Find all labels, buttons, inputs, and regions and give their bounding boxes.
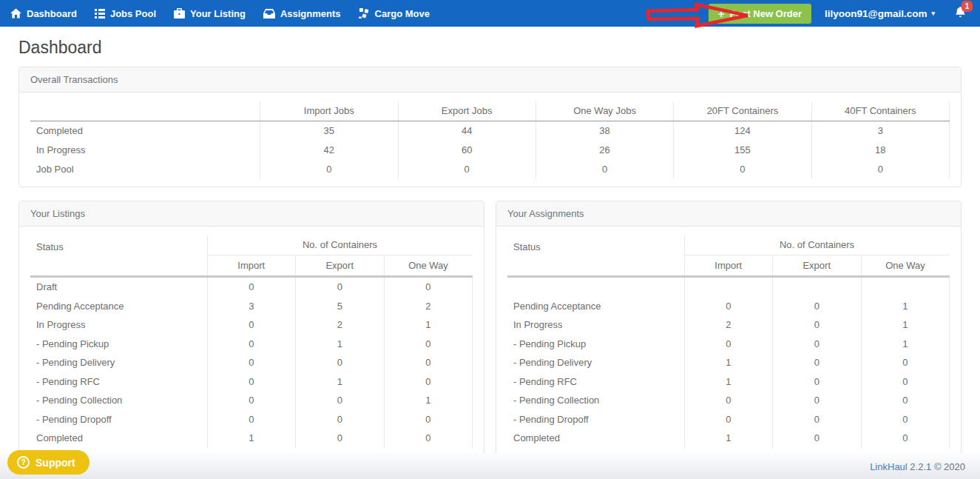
cell-value	[773, 277, 862, 297]
cell-value: 0	[207, 315, 296, 335]
row-label: Pending Acceptance	[507, 297, 684, 316]
row-label: - Pending Delivery	[30, 353, 207, 372]
chevron-down-icon: ▾	[931, 10, 935, 17]
cell-value: 0	[207, 391, 296, 410]
brand-link[interactable]: LinkHaul	[870, 461, 908, 472]
column-header: 20FT Containers	[674, 101, 811, 121]
cell-value: 26	[535, 141, 673, 160]
cell-value: 2	[684, 315, 773, 335]
column-header: One Way	[861, 255, 950, 277]
top-navbar: Dashboard Jobs Pool Your Listing Assignm…	[0, 0, 980, 27]
your-listings-title: Your Listings	[19, 201, 484, 227]
footer-version: LinkHaul 2.2.1 © 2020	[870, 461, 965, 472]
cell-value: 1	[861, 297, 950, 316]
cell-value: 0	[773, 315, 862, 335]
cell-value: 0	[684, 335, 773, 354]
cell-value: 0	[207, 353, 296, 372]
row-label: - Pending Collection	[30, 391, 207, 410]
cell-value: 0	[296, 391, 385, 410]
nav-item-your-listing[interactable]: Your Listing	[174, 8, 246, 19]
nav-item-dashboard[interactable]: Dashboard	[10, 8, 77, 19]
overall-transactions-title: Overall Transactions	[19, 67, 961, 93]
cell-value: 1	[861, 335, 950, 354]
containers-group-header: No. of Containers	[207, 235, 473, 255]
row-label: - Pending Delivery	[507, 353, 684, 372]
cell-value: 0	[773, 297, 862, 316]
cell-value: 0	[773, 353, 862, 372]
table-row: In Progress021	[30, 315, 473, 335]
footer-bar: LinkHaul 2.2.1 © 2020	[0, 453, 980, 479]
cell-value: 0	[296, 277, 385, 297]
user-email-dropdown[interactable]: lilyoon91@gmail.com ▾	[825, 8, 935, 19]
user-email: lilyoon91@gmail.com	[825, 8, 927, 19]
cell-value: 0	[398, 160, 535, 179]
cell-value: 0	[296, 429, 385, 448]
nav-item-label: Dashboard	[27, 8, 77, 19]
row-label: - Pending Dropoff	[507, 410, 684, 429]
column-header: Export Jobs	[398, 101, 535, 121]
cell-value: 0	[861, 391, 950, 410]
support-button[interactable]: ? Support	[7, 450, 89, 475]
row-label: - Pending RFC	[507, 372, 684, 392]
table-row: Completed3544381243	[30, 121, 950, 141]
table-row: - Pending Delivery100	[507, 353, 950, 372]
question-icon: ?	[17, 456, 30, 469]
table-row: Draft000	[30, 277, 473, 297]
cell-value: 3	[811, 121, 949, 141]
row-label: Pending Acceptance	[30, 297, 207, 316]
table-row: Pending Acceptance001	[507, 297, 950, 316]
table-row: - Pending Dropoff000	[507, 410, 950, 429]
cell-value: 1	[684, 429, 773, 448]
table-header-row: StatusNo. of Containers	[30, 235, 473, 255]
table-row: Job Pool00000	[30, 160, 950, 179]
cell-value: 60	[398, 141, 535, 160]
nav-item-jobs-pool[interactable]: Jobs Pool	[95, 8, 156, 19]
notifications-button[interactable]: 1	[954, 6, 967, 21]
table-row: Pending Acceptance352	[30, 297, 473, 316]
table-row: - Pending Pickup001	[507, 335, 950, 354]
row-label: Job Pool	[30, 160, 260, 179]
cell-value: 0	[861, 353, 950, 372]
row-label: Completed	[30, 121, 260, 141]
row-label: - Pending Pickup	[507, 335, 684, 354]
row-label: - Pending Pickup	[30, 335, 207, 354]
cell-value: 42	[260, 141, 398, 160]
cell-value: 0	[384, 335, 473, 354]
nav-item-cargo-move[interactable]: Cargo Move	[359, 8, 430, 19]
table-row: - Pending RFC010	[30, 372, 473, 392]
table-row: - Pending Pickup010	[30, 335, 473, 354]
containers-group-header: No. of Containers	[684, 235, 950, 255]
cell-value: 0	[773, 335, 862, 354]
column-header: One Way	[384, 255, 473, 277]
cell-value: 1	[384, 315, 473, 335]
cell-value: 38	[535, 121, 673, 141]
cell-value: 0	[861, 429, 950, 448]
table-row: - Pending RFC100	[507, 372, 950, 392]
version-text: 2.2.1 © 2020	[910, 461, 965, 472]
post-new-order-button[interactable]: + Post New Order	[709, 4, 811, 24]
nav-item-assignments[interactable]: Assignments	[263, 8, 341, 19]
cell-value: 0	[207, 277, 296, 297]
table-row: In Progress42602615518	[30, 141, 950, 160]
your-listings-table: StatusNo. of ContainersImportExportOne W…	[30, 235, 473, 448]
cell-value: 0	[207, 335, 296, 354]
table-header-row: StatusNo. of Containers	[507, 235, 950, 255]
cell-value: 155	[674, 141, 811, 160]
table-row: - Pending Delivery000	[30, 353, 473, 372]
row-label	[507, 277, 684, 297]
inbox-icon	[263, 9, 275, 19]
column-header: One Way Jobs	[535, 101, 673, 121]
cell-value: 35	[260, 121, 398, 141]
cell-value: 0	[674, 160, 811, 179]
column-header: 40FT Containers	[811, 101, 949, 121]
list-icon	[95, 9, 105, 19]
row-label: In Progress	[30, 315, 207, 335]
page-title: Dashboard	[18, 38, 962, 58]
cell-value: 0	[384, 429, 473, 448]
cell-value: 1	[384, 391, 473, 410]
column-header: Import	[684, 255, 773, 277]
overall-transactions-panel: Overall Transactions Import JobsExport J…	[18, 67, 962, 187]
cell-value: 1	[684, 372, 773, 392]
row-label: Draft	[30, 277, 207, 297]
cell-value: 2	[296, 315, 385, 335]
